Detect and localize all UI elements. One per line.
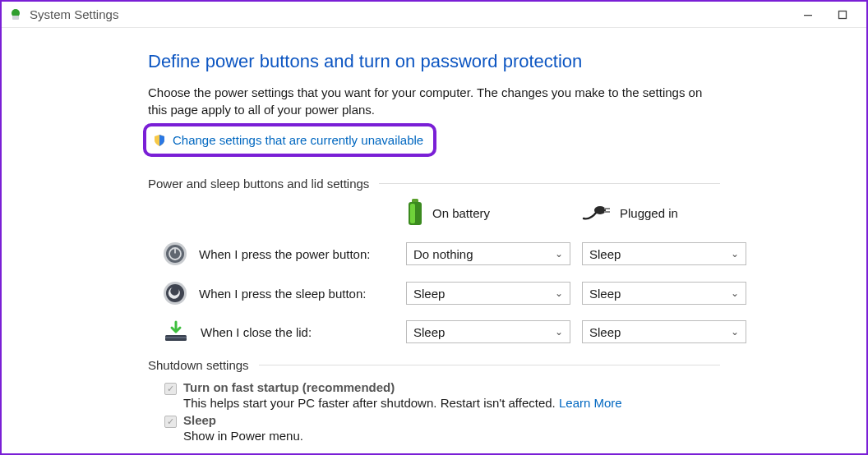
column-headers: On battery Plugged in	[148, 199, 720, 227]
sleep-button-battery-select[interactable]: Sleep ⌄	[406, 282, 570, 305]
sleep-button-row: When I press the sleep button: Sleep ⌄ S…	[148, 281, 720, 306]
sleep-button-plugged-select[interactable]: Sleep ⌄	[582, 282, 746, 305]
sleep-button-icon	[163, 281, 187, 306]
select-value: Sleep	[589, 287, 621, 301]
chevron-down-icon: ⌄	[555, 326, 563, 338]
fast-startup-option: ✓ Turn on fast startup (recommended) Thi…	[164, 380, 720, 410]
on-battery-label: On battery	[432, 206, 490, 220]
window-title: System Settings	[30, 7, 791, 21]
close-lid-icon	[163, 320, 189, 343]
buttons-lid-section-header: Power and sleep buttons and lid settings	[148, 177, 720, 191]
svg-rect-13	[174, 248, 176, 254]
svg-rect-17	[165, 337, 187, 338]
sleep-button-label: When I press the sleep button:	[199, 287, 366, 301]
chevron-down-icon: ⌄	[731, 248, 739, 260]
select-value: Sleep	[413, 325, 445, 339]
chevron-down-icon: ⌄	[731, 287, 739, 299]
divider	[259, 365, 720, 365]
on-battery-column-header: On battery	[406, 199, 570, 227]
svg-rect-2	[804, 15, 812, 16]
svg-rect-6	[410, 204, 415, 223]
titlebar: System Settings	[2, 2, 866, 28]
sleep-option-title: Sleep	[183, 413, 303, 427]
power-button-plugged-select[interactable]: Sleep ⌄	[582, 242, 746, 265]
svg-rect-1	[12, 16, 19, 20]
sleep-option-description: Show in Power menu.	[183, 429, 303, 443]
fast-startup-description: This helps start your PC faster after sh…	[183, 396, 622, 410]
shutdown-section-header: Shutdown settings	[148, 358, 720, 372]
svg-rect-8	[604, 208, 610, 209]
close-lid-row: When I close the lid: Sleep ⌄ Sleep ⌄	[148, 320, 720, 343]
page-description: Choose the power settings that you want …	[148, 84, 720, 118]
app-icon	[8, 7, 23, 22]
fast-startup-title: Turn on fast startup (recommended)	[183, 380, 622, 394]
chevron-down-icon: ⌄	[555, 287, 563, 299]
power-button-icon	[163, 241, 187, 266]
close-lid-plugged-select[interactable]: Sleep ⌄	[582, 320, 746, 343]
plug-icon	[582, 204, 612, 222]
fast-startup-sub-text: This helps start your PC faster after sh…	[183, 396, 559, 410]
minimize-button[interactable]	[791, 3, 825, 26]
close-lid-battery-select[interactable]: Sleep ⌄	[406, 320, 570, 343]
shield-icon	[153, 134, 166, 147]
chevron-down-icon: ⌄	[731, 326, 739, 338]
buttons-lid-section-label: Power and sleep buttons and lid settings	[148, 177, 369, 191]
select-value: Sleep	[589, 325, 621, 339]
close-lid-label: When I close the lid:	[201, 325, 312, 339]
power-button-label: When I press the power button:	[199, 247, 370, 261]
svg-rect-3	[839, 11, 847, 18]
svg-point-7	[594, 206, 606, 214]
content-area: Define power buttons and turn on passwor…	[2, 28, 866, 443]
select-value: Sleep	[589, 247, 621, 261]
maximize-button[interactable]	[825, 3, 860, 26]
select-value: Sleep	[413, 287, 445, 301]
battery-icon	[406, 199, 424, 227]
power-button-row: When I press the power button: Do nothin…	[148, 241, 720, 266]
plugged-in-column-header: Plugged in	[582, 204, 746, 222]
power-button-battery-select[interactable]: Do nothing ⌄	[406, 242, 570, 265]
fast-startup-checkbox[interactable]: ✓	[164, 383, 177, 395]
page-heading: Define power buttons and turn on passwor…	[148, 51, 720, 72]
learn-more-link[interactable]: Learn More	[559, 396, 622, 410]
svg-rect-9	[604, 211, 610, 213]
change-settings-link[interactable]: Change settings that are currently unava…	[173, 133, 423, 147]
plugged-in-label: Plugged in	[620, 206, 678, 220]
shutdown-section-label: Shutdown settings	[148, 358, 249, 372]
chevron-down-icon: ⌄	[555, 248, 563, 260]
sleep-checkbox[interactable]: ✓	[164, 416, 177, 428]
change-settings-highlight: Change settings that are currently unava…	[143, 123, 436, 157]
divider	[379, 183, 720, 184]
sleep-option: ✓ Sleep Show in Power menu.	[164, 413, 720, 443]
select-value: Do nothing	[413, 247, 473, 261]
